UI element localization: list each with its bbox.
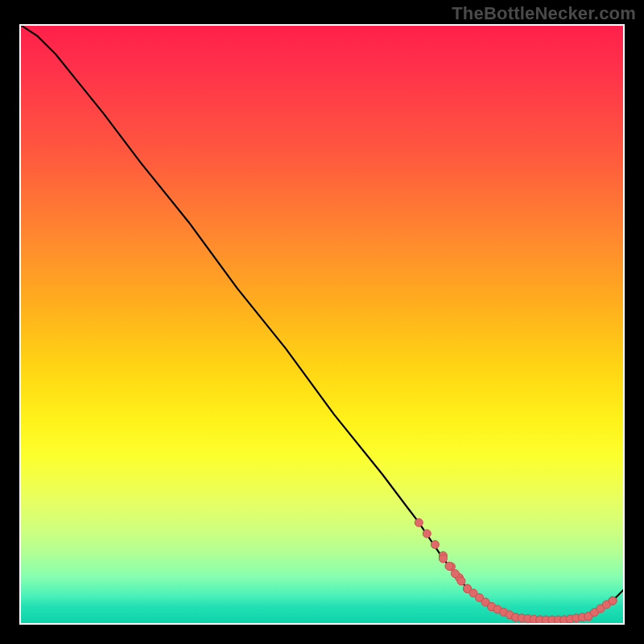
gradient-background xyxy=(19,24,625,625)
plot-frame xyxy=(19,24,625,625)
watermark-text: TheBottleNecker.com xyxy=(452,3,636,24)
chart-stage: TheBottleNecker.com xyxy=(0,0,644,644)
